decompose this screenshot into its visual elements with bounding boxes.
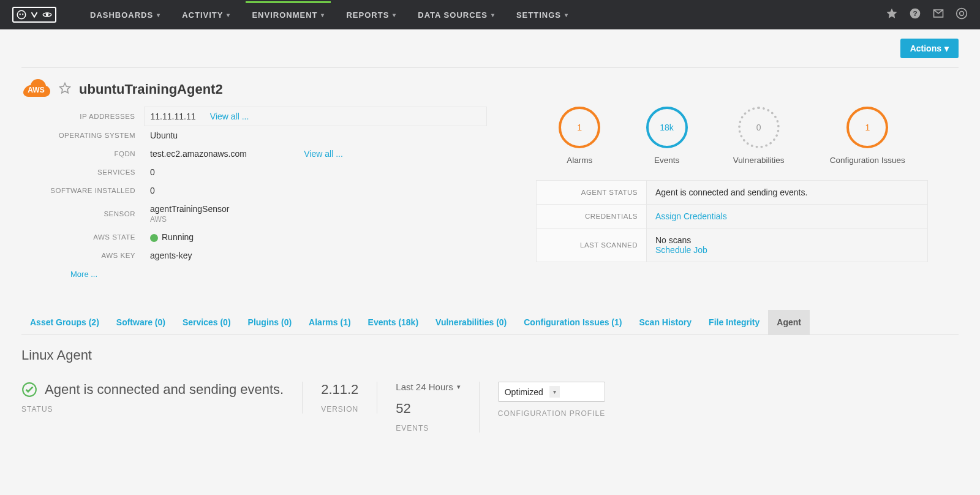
agent-version: 2.11.2 [321, 382, 358, 398]
status-dot-icon [150, 234, 158, 242]
assign-credentials-link[interactable]: Assign Credentials [655, 211, 727, 221]
sensor-sub: AWS [150, 215, 167, 224]
tab-config-issues[interactable]: Configuration Issues (1) [515, 310, 630, 334]
agent-status-text: Agent is connected and sending events. [45, 382, 284, 398]
vulns-value: 0 [738, 107, 780, 148]
agent-panel-title: Linux Agent [21, 347, 959, 363]
svg-text:?: ? [913, 9, 917, 17]
tab-bar: Asset Groups (2) Software (0) Services (… [21, 310, 959, 335]
time-range-selector[interactable]: Last 24 Hours▾ [396, 382, 460, 392]
agent-status-block: Agent is connected and sending events. S… [21, 382, 303, 414]
agent-status-label: AGENT STATUS [537, 181, 647, 205]
vulns-ring[interactable]: 0Vulnerabilities [733, 107, 785, 165]
config-label: Configuration Issues [830, 156, 905, 165]
sensor-label: SENSOR [21, 200, 144, 228]
alarms-ring[interactable]: 1Alarms [559, 107, 600, 165]
nav-reports[interactable]: REPORTS▾ [346, 10, 396, 20]
services-label: SERVICES [21, 163, 144, 181]
nav-environment[interactable]: ENVIRONMENT▾ [252, 10, 325, 20]
favorite-toggle[interactable] [58, 81, 72, 97]
events-value: 18k [646, 107, 688, 148]
actions-label: Actions [910, 43, 941, 53]
chevron-down-icon: ▾ [227, 12, 230, 18]
config-profile-caption: CONFIGURATION PROFILE [498, 409, 605, 418]
agent-status-value: Agent is connected and sending events. [647, 181, 928, 205]
events-label: Events [646, 156, 688, 165]
nav-label: DASHBOARDS [90, 10, 153, 20]
svg-point-0 [17, 10, 26, 19]
sensor-value: agentTrainingSensor [150, 204, 229, 214]
config-profile-value: Optimized [505, 387, 543, 397]
tab-alarms[interactable]: Alarms (1) [300, 310, 359, 334]
tab-events[interactable]: Events (18k) [360, 310, 427, 334]
ip-view-all-link[interactable]: View all ... [210, 111, 249, 121]
ip-value: 11.11.11.11 [151, 111, 196, 121]
top-navbar: DASHBOARDS▾ ACTIVITY▾ ENVIRONMENT▾ REPOR… [0, 0, 980, 29]
nav-settings[interactable]: SETTINGS▾ [516, 10, 568, 20]
nav-dashboards[interactable]: DASHBOARDS▾ [90, 10, 160, 20]
status-caption: STATUS [21, 405, 284, 414]
awskey-label: AWS KEY [21, 246, 144, 265]
config-profile-select[interactable]: Optimized ▾ [498, 382, 605, 402]
nav-label: SETTINGS [516, 10, 561, 20]
chevron-down-icon: ▾ [157, 12, 160, 18]
mail-icon[interactable] [932, 7, 944, 22]
time-range-value: Last 24 Hours [396, 382, 453, 392]
awsstate-label: AWS STATE [21, 228, 144, 246]
ip-label: IP ADDRESSES [21, 107, 144, 126]
fqdn-view-all-link[interactable]: View all ... [304, 149, 343, 159]
software-label: SOFTWARE INSTALLED [21, 181, 144, 200]
tab-services[interactable]: Services (0) [174, 310, 239, 334]
nav-label: DATA SOURCES [418, 10, 488, 20]
tab-software[interactable]: Software (0) [108, 310, 174, 334]
schedule-job-link[interactable]: Schedule Job [655, 245, 707, 255]
nav-activity[interactable]: ACTIVITY▾ [182, 10, 230, 20]
help-icon[interactable]: ? [909, 7, 921, 22]
tab-agent[interactable]: Agent [768, 310, 810, 334]
services-value: 0 [144, 163, 487, 181]
tab-scan-history[interactable]: Scan History [630, 310, 700, 334]
os-label: OPERATING SYSTEM [21, 126, 144, 145]
svg-point-8 [960, 12, 964, 16]
stat-rings: 1Alarms 18kEvents 0Vulnerabilities 1Conf… [536, 107, 928, 165]
alarms-label: Alarms [559, 156, 600, 165]
nav-label: ACTIVITY [182, 10, 223, 20]
chevron-down-icon: ▾ [457, 383, 461, 391]
status-table: AGENT STATUSAgent is connected and sendi… [536, 180, 928, 262]
more-link[interactable]: More ... [70, 270, 97, 279]
tab-asset-groups[interactable]: Asset Groups (2) [21, 310, 108, 334]
tab-vulnerabilities[interactable]: Vulnerabilities (0) [427, 310, 515, 334]
events-ring[interactable]: 18kEvents [646, 107, 688, 165]
agent-tab-content: Linux Agent Agent is connected and sendi… [21, 335, 959, 445]
star-icon[interactable] [886, 7, 898, 22]
credentials-label: CREDENTIALS [537, 205, 647, 229]
brand-logo[interactable] [12, 7, 56, 23]
config-value: 1 [846, 107, 888, 148]
nav-data-sources[interactable]: DATA SOURCES▾ [418, 10, 495, 20]
version-caption: VERSION [321, 405, 358, 414]
svg-point-7 [957, 9, 967, 19]
fqdn-value: test.ec2.amazonaws.com [150, 149, 247, 159]
chevron-down-icon: ▾ [321, 12, 325, 18]
tab-file-integrity[interactable]: File Integrity [700, 310, 768, 334]
lastscanned-value: No scans [655, 235, 691, 245]
events-caption: EVENTS [396, 424, 460, 433]
chevron-down-icon: ▾ [393, 12, 396, 18]
support-icon[interactable] [956, 7, 968, 22]
chevron-down-icon: ▾ [491, 12, 495, 18]
nav-items: DASHBOARDS▾ ACTIVITY▾ ENVIRONMENT▾ REPOR… [90, 10, 568, 20]
nav-label: ENVIRONMENT [252, 10, 317, 20]
config-ring[interactable]: 1Configuration Issues [830, 107, 905, 165]
svg-point-1 [20, 13, 21, 15]
chevron-down-icon: ▾ [549, 386, 560, 398]
events-block: Last 24 Hours▾ 52 EVENTS [377, 382, 479, 433]
config-profile-block: Optimized ▾ CONFIGURATION PROFILE [480, 382, 624, 418]
alarms-value: 1 [559, 107, 600, 148]
page-body: Actions▾ AWS ubuntuTrainingAgent2 IP ADD… [0, 29, 980, 445]
asset-overview: IP ADDRESSES11.11.11.11 View all ... OPE… [21, 107, 959, 279]
caret-down-icon: ▾ [944, 43, 949, 53]
actions-button[interactable]: Actions▾ [900, 39, 959, 58]
software-value: 0 [144, 181, 487, 200]
tab-plugins[interactable]: Plugins (0) [239, 310, 301, 334]
asset-details: IP ADDRESSES11.11.11.11 View all ... OPE… [21, 107, 487, 279]
